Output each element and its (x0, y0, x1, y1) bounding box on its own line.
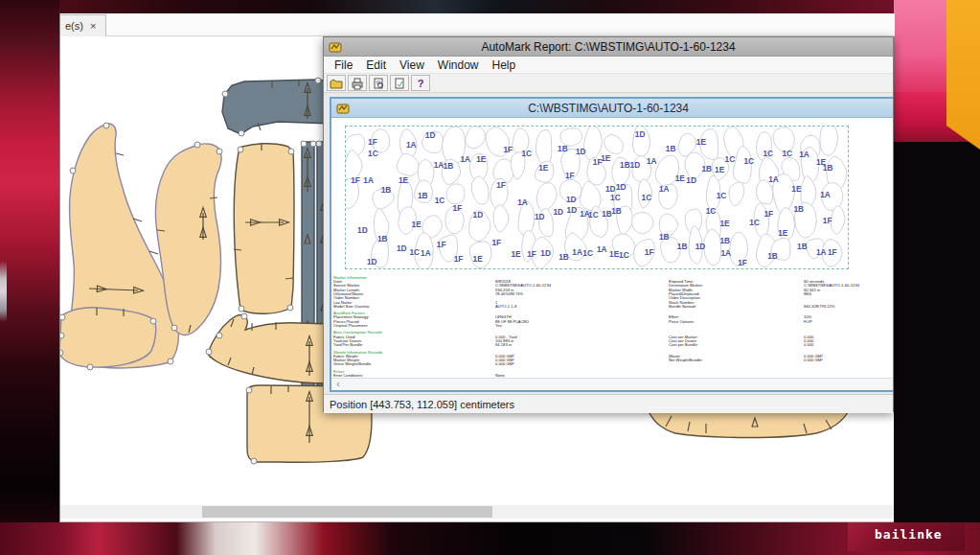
menu-window[interactable]: Window (431, 58, 486, 72)
marker-document-window: C:\WBSTIMG\AUTO-1-60-1234 1D1F1A1C1F1B1D… (330, 97, 893, 392)
piece-label: 1C (744, 156, 755, 166)
piece-label: 1B (558, 252, 569, 262)
piece-label: 1F (453, 203, 463, 213)
piece-label: 1C (717, 191, 727, 200)
report-row: Error Conditions:None (333, 373, 893, 377)
piece-label: 1B (659, 232, 670, 242)
nested-piece-outline (632, 212, 653, 234)
piece-label: 1A (768, 174, 779, 184)
nested-piece-outline (471, 176, 489, 204)
scroll-left-arrow[interactable]: ‹ (331, 379, 345, 390)
piece-label: 1D (425, 130, 436, 140)
app-icon (336, 103, 350, 114)
properties-icon (393, 77, 406, 90)
piece-label: 1D (635, 129, 646, 139)
report-row: Original Placement:Yes (333, 323, 893, 327)
properties-button[interactable] (390, 75, 409, 91)
nested-piece-outline (493, 205, 509, 232)
piece-label: 1C (782, 149, 792, 158)
piece-label: 1C (610, 193, 621, 202)
marker-area[interactable]: 1D1F1A1C1F1B1D1C1A1B1A1E1E1F1E1F1A1E1F1F… (345, 126, 849, 269)
piece-label: 1D (553, 207, 563, 217)
marker-document-body: 1D1F1A1C1F1B1D1C1A1B1A1E1E1F1E1F1A1E1F1F… (331, 118, 893, 390)
piece-label: 1B (823, 163, 833, 173)
piece-label: 1A (597, 244, 607, 254)
tab-close-icon[interactable]: × (90, 21, 96, 32)
piece-label: 1C (521, 149, 532, 158)
piece-label: 1A (799, 150, 809, 159)
piece-label: 1D (367, 257, 377, 266)
piece-label: 1A (647, 156, 657, 166)
menu-help[interactable]: Help (486, 58, 523, 72)
nested-piece-outline (583, 127, 602, 160)
nested-piece-outline (704, 229, 721, 266)
piece-label: 1B (677, 242, 688, 251)
canvas-horizontal-scrollbar[interactable] (60, 505, 894, 519)
report-window-title: AutoMark Report: C:\WBSTIMG\AUTO-1-60-12… (324, 40, 893, 54)
piece-label: 1B (620, 160, 630, 170)
piece-boat[interactable] (649, 409, 848, 438)
piece-label: 1D (397, 243, 407, 253)
piece-label: 1A (461, 154, 471, 164)
piece-label: 1B (611, 206, 622, 216)
piece-label: 1B (418, 191, 428, 200)
piece-label: 1E (473, 254, 484, 264)
piece-label: 1E (399, 175, 409, 185)
menu-edit[interactable]: Edit (359, 58, 393, 72)
background-photo-bottom (0, 522, 980, 555)
piece-label: 1E (719, 219, 730, 228)
help-button[interactable]: ? (411, 75, 430, 91)
print-button[interactable] (348, 75, 367, 91)
piece-panel-right[interactable] (234, 143, 294, 313)
document-tab[interactable]: e(s) × (60, 14, 106, 36)
piece-label: 1F (828, 247, 837, 257)
nested-piece-outline (397, 153, 419, 175)
menu-view[interactable]: View (393, 58, 431, 72)
background-highlight (0, 261, 7, 322)
piece-label: 1C (410, 247, 421, 257)
marker-horizontal-scrollbar[interactable]: ‹ (331, 378, 893, 390)
piece-yoke[interactable] (206, 313, 331, 383)
background-photo-left (0, 0, 59, 555)
piece-label: 1F (565, 171, 575, 180)
open-report-button[interactable] (327, 75, 346, 91)
piece-label: 1D (695, 242, 706, 251)
piece-label: 1E (778, 228, 788, 238)
piece-label: 1B (797, 242, 808, 251)
piece-label: 1D (473, 210, 484, 220)
print-preview-button[interactable] (369, 75, 388, 91)
piece-label: 1D (357, 225, 368, 235)
report-row: Gross Weight/Bundle:0.000 GM² (333, 362, 893, 366)
piece-label: 1E (412, 220, 422, 229)
report-row: Model Size Quantity:AUTO-1 1-8Bundle Spr… (333, 304, 893, 308)
piece-label: 1F (527, 249, 536, 259)
open-report-icon (330, 77, 343, 90)
piece-label: 1E (538, 163, 549, 173)
help-icon: ? (414, 77, 427, 90)
menu-file[interactable]: File (328, 58, 359, 72)
watermark-text: bailinke (875, 527, 943, 542)
piece-gray-slab[interactable] (222, 78, 334, 136)
marker-document-title: C:\WBSTIMG\AUTO-1-60-1234 (331, 102, 885, 115)
piece-label: 1E (675, 173, 686, 183)
piece-label: 1C (763, 149, 773, 158)
piece-label: 1A (820, 190, 831, 199)
app-icon (329, 41, 342, 53)
piece-label: 1F (351, 175, 360, 185)
report-window: AutoMark Report: C:\WBSTIMG\AUTO-1-60-12… (323, 36, 894, 412)
background-photo-top (59, 0, 894, 13)
toolbar: ? (324, 74, 893, 93)
nested-piece-outline (580, 181, 601, 211)
piece-label: 1D (535, 212, 545, 221)
marker-document-titlebar[interactable]: C:\WBSTIMG\AUTO-1-60-1234 (331, 99, 893, 118)
nested-piece-outline (820, 127, 838, 155)
marker-canvas[interactable]: 1D1F1A1C1F1B1D1C1A1B1A1E1E1F1E1F1A1E1F1F… (346, 127, 848, 268)
report-titlebar[interactable]: AutoMark Report: C:\WBSTIMG\AUTO-1-60-12… (324, 37, 893, 57)
piece-label: 1F (368, 137, 377, 147)
scrollbar-thumb[interactable] (202, 506, 492, 518)
mdi-area: C:\WBSTIMG\AUTO-1-60-1234 1D1F1A1C1F1B1D… (324, 93, 893, 394)
print-icon (351, 77, 364, 90)
piece-label: 1A (720, 248, 731, 258)
nested-piece-outline (446, 184, 465, 204)
piece-label: 1D (540, 248, 551, 258)
